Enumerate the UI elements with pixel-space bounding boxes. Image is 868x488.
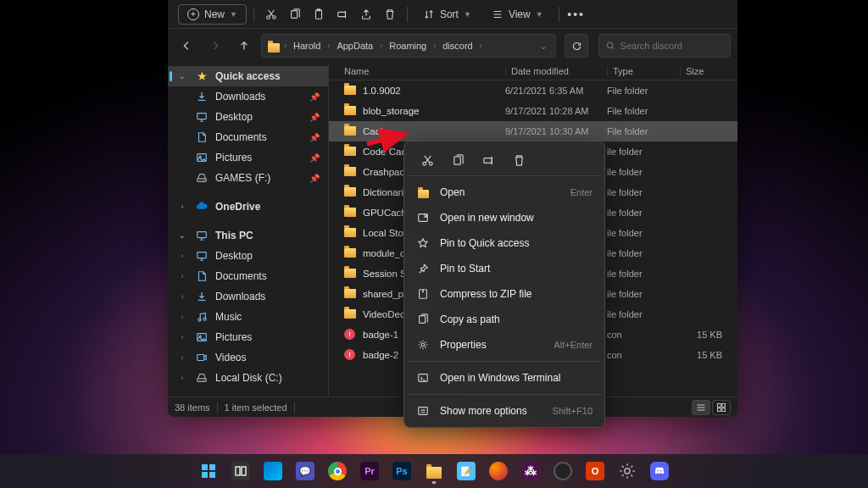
widgets-button[interactable] bbox=[259, 457, 287, 485]
up-button[interactable] bbox=[232, 34, 256, 58]
svg-point-41 bbox=[625, 469, 630, 474]
sidebar-item-label: Pictures bbox=[215, 331, 252, 343]
svg-rect-5 bbox=[338, 12, 346, 16]
thumbnails-view-button[interactable] bbox=[712, 400, 731, 415]
more-icon[interactable]: ••• bbox=[566, 4, 587, 25]
start-button[interactable] bbox=[194, 457, 223, 485]
forward-button[interactable] bbox=[203, 34, 227, 58]
office-icon[interactable]: O bbox=[581, 457, 609, 485]
column-name[interactable]: Name bbox=[344, 66, 505, 76]
cut-icon[interactable] bbox=[413, 148, 442, 172]
context-pin-quick-access[interactable]: Pin to Quick access bbox=[408, 230, 601, 256]
delete-icon[interactable] bbox=[380, 4, 400, 25]
sort-button[interactable]: Sort ▼ bbox=[415, 5, 480, 24]
premiere-icon[interactable]: Pr bbox=[355, 457, 384, 485]
sidebar-item-local-disk-c-[interactable]: ›Local Disk (C:) bbox=[168, 368, 328, 388]
sidebar-item-documents[interactable]: Documents📌 bbox=[168, 127, 328, 147]
context-properties[interactable]: PropertiesAlt+Enter bbox=[408, 332, 601, 358]
copy-icon[interactable] bbox=[443, 148, 472, 172]
svg-rect-36 bbox=[209, 464, 215, 470]
rename-icon[interactable] bbox=[332, 4, 353, 25]
column-size[interactable]: Size bbox=[680, 66, 722, 76]
view-label: View bbox=[509, 8, 531, 20]
view-button[interactable]: View ▼ bbox=[483, 5, 552, 24]
copy-icon[interactable] bbox=[285, 4, 305, 25]
file-row[interactable]: blob_storage9/17/2021 10:28 AMFile folde… bbox=[329, 101, 737, 121]
folder-icon bbox=[267, 39, 281, 53]
svg-point-0 bbox=[267, 15, 270, 19]
chevron-right-icon: › bbox=[176, 374, 188, 382]
delete-icon[interactable] bbox=[504, 148, 533, 172]
breadcrumb[interactable]: › Harold › AppData › Roaming › discord ›… bbox=[261, 34, 556, 58]
details-view-button[interactable] bbox=[692, 400, 710, 415]
task-view-button[interactable] bbox=[226, 457, 255, 485]
sidebar-item-desktop[interactable]: Desktop📌 bbox=[168, 107, 328, 127]
context-show-more[interactable]: Show more optionsShift+F10 bbox=[408, 398, 601, 424]
svg-rect-12 bbox=[198, 252, 207, 258]
sidebar-item-documents[interactable]: ›Documents bbox=[168, 266, 328, 286]
rename-icon[interactable] bbox=[474, 148, 503, 172]
sidebar-onedrive[interactable]: › OneDrive bbox=[168, 197, 328, 217]
sidebar-quick-access[interactable]: ⌄ ★ Quick access bbox=[168, 66, 328, 86]
context-menu: OpenEnter Open in new window Pin to Quic… bbox=[403, 141, 605, 428]
photoshop-icon[interactable]: Ps bbox=[387, 457, 416, 485]
search-icon bbox=[606, 41, 615, 51]
sidebar-item-desktop[interactable]: ›Desktop bbox=[168, 246, 328, 266]
chevron-down-icon[interactable]: ⌄ bbox=[537, 40, 550, 53]
discord-icon[interactable] bbox=[645, 457, 674, 485]
downloads-icon bbox=[195, 90, 209, 103]
svg-rect-38 bbox=[209, 472, 215, 478]
svg-rect-31 bbox=[420, 316, 426, 324]
slack-icon[interactable]: ⁂ bbox=[516, 457, 545, 485]
svg-point-13 bbox=[198, 319, 201, 321]
paste-icon[interactable] bbox=[309, 4, 329, 25]
context-open-terminal[interactable]: Open in Windows Terminal bbox=[408, 365, 601, 391]
breadcrumb-segment[interactable]: AppData bbox=[333, 39, 376, 53]
column-type[interactable]: Type bbox=[607, 66, 680, 76]
file-row[interactable]: 1.0.90026/21/2021 6:35 AMFile folder bbox=[329, 80, 737, 101]
pin-icon: 📌 bbox=[309, 113, 320, 122]
sidebar-item-pictures[interactable]: ›Pictures bbox=[168, 327, 328, 347]
sidebar-item-downloads[interactable]: ›Downloads bbox=[168, 286, 328, 307]
breadcrumb-segment[interactable]: Harold bbox=[290, 39, 324, 53]
teams-icon[interactable]: 💬 bbox=[291, 457, 320, 485]
context-copy-path[interactable]: Copy as path bbox=[408, 307, 601, 332]
context-open-new-window[interactable]: Open in new window bbox=[408, 205, 601, 230]
svg-point-1 bbox=[273, 15, 276, 19]
new-button[interactable]: + New ▼ bbox=[178, 4, 247, 25]
sidebar-item-label: Documents bbox=[215, 131, 267, 143]
view-icon bbox=[492, 8, 504, 20]
sidebar-item-pictures[interactable]: Pictures📌 bbox=[168, 147, 328, 168]
share-icon[interactable] bbox=[356, 4, 376, 25]
cut-icon[interactable] bbox=[261, 4, 281, 25]
sidebar-item-music[interactable]: ›Music bbox=[168, 307, 328, 327]
back-button[interactable] bbox=[175, 34, 198, 58]
context-menu-quick-actions bbox=[408, 145, 601, 176]
svg-point-6 bbox=[607, 42, 613, 48]
chevron-down-icon: ▼ bbox=[464, 10, 471, 19]
firefox-icon[interactable] bbox=[484, 457, 513, 485]
sidebar-item-games-f-[interactable]: GAMES (F:)📌 bbox=[168, 168, 328, 188]
refresh-button[interactable] bbox=[565, 34, 588, 58]
breadcrumb-segment[interactable]: Roaming bbox=[386, 39, 430, 53]
breadcrumb-segment[interactable]: discord bbox=[439, 39, 476, 53]
obs-icon[interactable] bbox=[548, 457, 577, 485]
settings-icon[interactable] bbox=[613, 457, 642, 485]
context-compress-zip[interactable]: Compress to ZIP file bbox=[408, 281, 601, 307]
navigation-pane: ⌄ ★ Quick access Downloads📌Desktop📌Docum… bbox=[168, 63, 329, 396]
search-box[interactable] bbox=[598, 34, 731, 58]
taskbar: 💬 Pr Ps 📝 ⁂ O bbox=[0, 454, 868, 488]
sidebar-item-downloads[interactable]: Downloads📌 bbox=[168, 86, 328, 107]
chrome-icon[interactable] bbox=[323, 457, 352, 485]
sidebar-item-label: Videos bbox=[215, 352, 246, 363]
file-row[interactable]: Cache9/17/2021 10:30 AMFile folder bbox=[329, 121, 737, 141]
column-date[interactable]: Date modified bbox=[505, 66, 607, 76]
sidebar-item-videos[interactable]: ›Videos bbox=[168, 347, 328, 368]
notepad-icon[interactable]: 📝 bbox=[452, 457, 481, 485]
sidebar-this-pc[interactable]: ⌄ This PC bbox=[168, 225, 328, 246]
context-pin-start[interactable]: Pin to Start bbox=[408, 256, 601, 281]
chevron-right-icon: › bbox=[176, 202, 188, 211]
context-open[interactable]: OpenEnter bbox=[408, 180, 601, 205]
search-input[interactable] bbox=[620, 41, 723, 51]
file-explorer-icon[interactable] bbox=[420, 457, 448, 485]
